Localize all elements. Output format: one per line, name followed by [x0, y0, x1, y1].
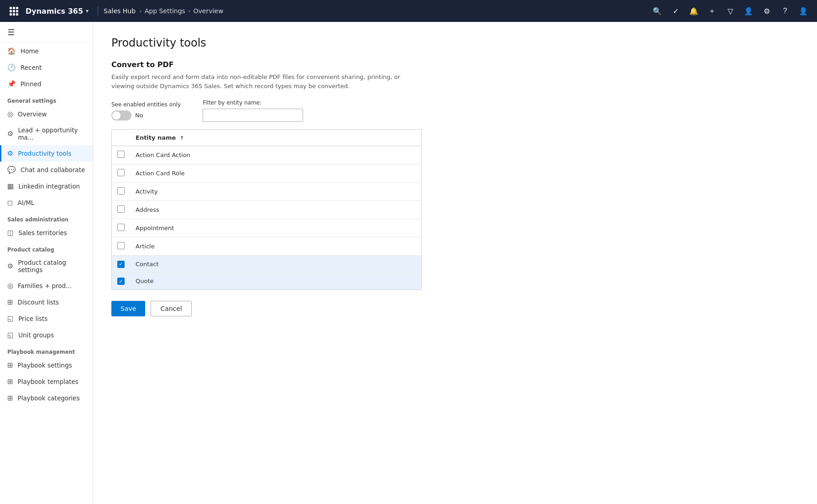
units-icon: ◱: [7, 331, 14, 339]
filter-button[interactable]: ▽: [722, 3, 738, 19]
table-row: Action Card Action: [112, 146, 421, 164]
enabled-entities-toggle[interactable]: [111, 110, 131, 121]
entity-name-cell: Article: [130, 237, 421, 256]
sidebar-item-aiml-label: AI/ML: [17, 199, 34, 206]
toggle-value-text: No: [135, 112, 143, 119]
entity-checkbox-cell: [112, 237, 130, 256]
aiml-icon: ◻: [7, 199, 13, 207]
nav-divider: [98, 6, 98, 16]
collab-button[interactable]: 👤: [740, 3, 757, 19]
sidebar-item-product-catalog-settings[interactable]: ⚙ Product catalog settings: [0, 255, 93, 278]
table-row: Article: [112, 237, 421, 256]
brand-logo[interactable]: Dynamics 365 ▾: [26, 7, 89, 16]
sidebar-item-pinned[interactable]: 📌 Pinned: [0, 76, 93, 92]
table-row: Quote: [112, 273, 421, 289]
sidebar-item-playbook-settings[interactable]: ⊞ Playbook settings: [0, 357, 93, 373]
section-sales-admin: Sales administration: [0, 211, 93, 225]
sidebar-item-chat[interactable]: 💬 Chat and collaborate: [0, 162, 93, 178]
sidebar-item-productivity[interactable]: ⚙ Productivity tools: [0, 145, 93, 162]
sidebar-item-home[interactable]: 🏠 Home: [0, 43, 93, 59]
entity-name-cell: Quote: [130, 273, 421, 289]
sidebar-item-aiml[interactable]: ◻ AI/ML: [0, 194, 93, 211]
search-button[interactable]: 🔍: [649, 3, 665, 19]
table-row: Action Card Role: [112, 164, 421, 183]
sidebar-item-home-label: Home: [21, 47, 39, 55]
filter-by-label: Filter by entity name:: [203, 100, 303, 106]
sidebar-item-sales-territories[interactable]: ◫ Sales territories: [0, 225, 93, 241]
sort-arrow[interactable]: ↑: [180, 135, 184, 141]
sidebar-item-units-label: Unit groups: [18, 331, 54, 339]
action-buttons: Save Cancel: [111, 301, 799, 316]
toggle-row: No: [111, 110, 181, 121]
sidebar-item-price-lists[interactable]: ◱ Price lists: [0, 310, 93, 327]
section-playbook: Playbook management: [0, 343, 93, 357]
main-content: Productivity tools Convert to PDF Easily…: [93, 22, 817, 504]
entity-table: Entity name ↑ Action Card ActionAction C…: [112, 130, 421, 289]
top-nav-actions: 🔍 ✓ 🔔 ＋ ▽ 👤 ⚙ ? 👤: [649, 3, 812, 19]
brand-name: Dynamics 365: [26, 7, 83, 16]
settings-button[interactable]: ⚙: [759, 3, 775, 19]
entity-checkbox[interactable]: [117, 242, 125, 249]
waffle-menu-button[interactable]: [5, 3, 22, 19]
table-checkbox-header: [112, 130, 130, 146]
entity-checkbox[interactable]: [117, 169, 125, 176]
sidebar-item-discount-lists[interactable]: ⊞ Discount lists: [0, 294, 93, 310]
notifications-button[interactable]: 🔔: [686, 3, 702, 19]
app-name[interactable]: Sales Hub: [104, 7, 136, 15]
sidebar-item-overview-label: Overview: [18, 110, 47, 118]
sidebar-item-pinned-label: Pinned: [21, 80, 42, 88]
entity-filter-input[interactable]: [203, 109, 303, 122]
main-layout: ☰ 🏠 Home 🕐 Recent 📌 Pinned General setti…: [0, 22, 817, 504]
sidebar-item-linkedin-label: Linkedin integration: [18, 183, 80, 190]
add-button[interactable]: ＋: [704, 3, 720, 19]
sidebar-item-territories-label: Sales territories: [18, 229, 67, 236]
sidebar-item-lead-label: Lead + opportunity ma...: [18, 126, 85, 141]
entity-name-cell: Appointment: [130, 219, 421, 237]
entity-checkbox-cell: [112, 164, 130, 183]
playbook-templates-icon: ⊞: [7, 378, 13, 386]
product-catalog-icon: ⚙: [7, 262, 13, 270]
top-nav: Dynamics 365 ▾ Sales Hub › App Settings …: [0, 0, 817, 22]
chat-icon: 💬: [7, 166, 16, 174]
entity-checkbox[interactable]: [117, 261, 125, 268]
toggle-label: See enabled entities only: [111, 101, 181, 108]
price-icon: ◱: [7, 315, 14, 323]
entity-checkbox[interactable]: [117, 224, 125, 231]
sidebar-item-playbook-templates[interactable]: ⊞ Playbook templates: [0, 373, 93, 390]
table-row: Appointment: [112, 219, 421, 237]
entity-checkbox[interactable]: [117, 205, 125, 213]
productivity-icon: ⚙: [7, 149, 13, 158]
profile-button[interactable]: 👤: [795, 3, 812, 19]
lead-icon: ⚙: [7, 130, 13, 138]
save-button[interactable]: Save: [111, 301, 145, 316]
entity-checkbox[interactable]: [117, 187, 125, 194]
sidebar-item-price-label: Price lists: [18, 315, 47, 322]
sidebar-item-playbook-categories[interactable]: ⊞ Playbook categories: [0, 390, 93, 406]
tasks-button[interactable]: ✓: [667, 3, 684, 19]
entity-checkbox-cell: [112, 219, 130, 237]
sidebar-item-overview[interactable]: ◎ Overview: [0, 106, 93, 122]
sidebar-item-lead-opp[interactable]: ⚙ Lead + opportunity ma...: [0, 122, 93, 145]
cancel-button[interactable]: Cancel: [151, 301, 191, 316]
sidebar-item-linkedin[interactable]: ▦ Linkedin integration: [0, 178, 93, 194]
sidebar-item-product-catalog-label: Product catalog settings: [18, 259, 85, 273]
sidebar-item-unit-groups[interactable]: ◱ Unit groups: [0, 327, 93, 343]
sidebar-item-recent[interactable]: 🕐 Recent: [0, 59, 93, 76]
sidebar-item-families-prod[interactable]: ◎ Families + prod...: [0, 278, 93, 294]
sidebar-item-productivity-label: Productivity tools: [18, 150, 71, 157]
entity-name-header[interactable]: Entity name ↑: [130, 130, 421, 146]
entity-checkbox[interactable]: [117, 151, 125, 158]
entity-name-cell: Action Card Action: [130, 146, 421, 164]
entity-checkbox[interactable]: [117, 278, 125, 285]
breadcrumb-sep: ›: [139, 7, 142, 15]
entity-checkbox-cell: [112, 273, 130, 289]
families-icon: ◎: [7, 282, 13, 290]
discount-icon: ⊞: [7, 298, 13, 306]
convert-pdf-section: Convert to PDF Easily export record and …: [111, 60, 799, 316]
section-product-catalog: Product catalog: [0, 241, 93, 255]
sidebar-hamburger[interactable]: ☰: [0, 22, 93, 43]
help-button[interactable]: ?: [777, 3, 793, 19]
playbook-settings-icon: ⊞: [7, 361, 13, 369]
breadcrumb-parent[interactable]: App Settings: [145, 7, 185, 15]
section-title: Convert to PDF: [111, 60, 799, 69]
